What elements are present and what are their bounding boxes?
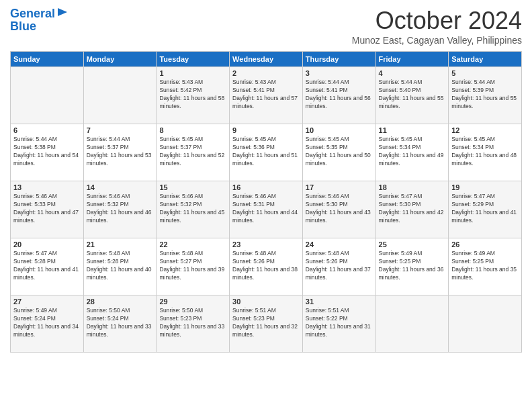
calendar-cell: 3Sunrise: 5:44 AMSunset: 5:41 PMDaylight… bbox=[302, 67, 375, 124]
day-detail: Sunrise: 5:47 AMSunset: 5:28 PMDaylight:… bbox=[13, 250, 81, 282]
calendar-cell: 18Sunrise: 5:47 AMSunset: 5:30 PMDayligh… bbox=[375, 181, 449, 238]
calendar-week-row: 1Sunrise: 5:43 AMSunset: 5:42 PMDaylight… bbox=[11, 67, 522, 124]
day-detail: Sunrise: 5:43 AMSunset: 5:41 PMDaylight:… bbox=[232, 79, 300, 111]
page-header: General Blue October 2024 Munoz East, Ca… bbox=[10, 7, 522, 46]
calendar-cell: 31Sunrise: 5:51 AMSunset: 5:22 PMDayligh… bbox=[302, 295, 375, 353]
day-detail: Sunrise: 5:45 AMSunset: 5:34 PMDaylight:… bbox=[379, 136, 446, 168]
day-number: 10 bbox=[306, 126, 373, 134]
day-number: 24 bbox=[306, 240, 373, 248]
day-number: 31 bbox=[306, 298, 373, 306]
calendar-cell bbox=[375, 295, 449, 353]
day-number: 21 bbox=[87, 240, 154, 248]
calendar-cell: 10Sunrise: 5:45 AMSunset: 5:35 PMDayligh… bbox=[302, 124, 375, 181]
weekday-header: Tuesday bbox=[157, 52, 230, 67]
location-title: Munoz East, Cagayan Valley, Philippines bbox=[352, 35, 522, 46]
logo-text2: Blue bbox=[10, 20, 36, 34]
day-detail: Sunrise: 5:44 AMSunset: 5:41 PMDaylight:… bbox=[306, 79, 373, 111]
calendar-cell: 1Sunrise: 5:43 AMSunset: 5:42 PMDaylight… bbox=[157, 67, 230, 124]
calendar-cell: 6Sunrise: 5:44 AMSunset: 5:38 PMDaylight… bbox=[11, 124, 84, 181]
day-detail: Sunrise: 5:45 AMSunset: 5:34 PMDaylight:… bbox=[451, 136, 519, 168]
calendar-cell: 23Sunrise: 5:48 AMSunset: 5:26 PMDayligh… bbox=[230, 238, 303, 295]
day-number: 26 bbox=[451, 240, 519, 248]
calendar-week-row: 20Sunrise: 5:47 AMSunset: 5:28 PMDayligh… bbox=[11, 238, 522, 295]
weekday-header: Thursday bbox=[302, 52, 375, 67]
month-title: October 2024 bbox=[352, 7, 522, 35]
calendar-cell: 13Sunrise: 5:46 AMSunset: 5:33 PMDayligh… bbox=[11, 181, 84, 238]
calendar-cell: 2Sunrise: 5:43 AMSunset: 5:41 PMDaylight… bbox=[230, 67, 303, 124]
day-number: 16 bbox=[232, 183, 300, 191]
calendar-cell bbox=[449, 295, 522, 353]
day-detail: Sunrise: 5:48 AMSunset: 5:26 PMDaylight:… bbox=[306, 250, 373, 282]
calendar-cell: 14Sunrise: 5:46 AMSunset: 5:32 PMDayligh… bbox=[83, 181, 157, 238]
day-detail: Sunrise: 5:44 AMSunset: 5:37 PMDaylight:… bbox=[87, 136, 154, 168]
day-number: 29 bbox=[159, 298, 226, 306]
day-number: 9 bbox=[232, 126, 300, 134]
calendar-cell: 16Sunrise: 5:46 AMSunset: 5:31 PMDayligh… bbox=[230, 181, 303, 238]
calendar-header-row: SundayMondayTuesdayWednesdayThursdayFrid… bbox=[11, 52, 522, 67]
calendar-week-row: 6Sunrise: 5:44 AMSunset: 5:38 PMDaylight… bbox=[11, 124, 522, 181]
day-detail: Sunrise: 5:47 AMSunset: 5:29 PMDaylight:… bbox=[451, 193, 519, 225]
day-detail: Sunrise: 5:43 AMSunset: 5:42 PMDaylight:… bbox=[159, 79, 226, 111]
logo: General Blue bbox=[10, 7, 69, 34]
day-number: 17 bbox=[306, 183, 373, 191]
calendar-cell: 22Sunrise: 5:48 AMSunset: 5:27 PMDayligh… bbox=[157, 238, 230, 295]
calendar-page: General Blue October 2024 Munoz East, Ca… bbox=[0, 0, 532, 411]
day-detail: Sunrise: 5:51 AMSunset: 5:23 PMDaylight:… bbox=[232, 307, 300, 339]
calendar-table: SundayMondayTuesdayWednesdayThursdayFrid… bbox=[10, 51, 522, 353]
calendar-cell: 17Sunrise: 5:46 AMSunset: 5:30 PMDayligh… bbox=[302, 181, 375, 238]
day-detail: Sunrise: 5:44 AMSunset: 5:38 PMDaylight:… bbox=[13, 136, 81, 168]
day-number: 14 bbox=[87, 183, 154, 191]
day-number: 27 bbox=[13, 298, 81, 306]
day-number: 25 bbox=[379, 240, 446, 248]
day-detail: Sunrise: 5:46 AMSunset: 5:30 PMDaylight:… bbox=[306, 193, 373, 225]
day-detail: Sunrise: 5:49 AMSunset: 5:25 PMDaylight:… bbox=[451, 250, 519, 282]
calendar-cell: 21Sunrise: 5:48 AMSunset: 5:28 PMDayligh… bbox=[83, 238, 157, 295]
calendar-cell: 24Sunrise: 5:48 AMSunset: 5:26 PMDayligh… bbox=[302, 238, 375, 295]
day-detail: Sunrise: 5:45 AMSunset: 5:35 PMDaylight:… bbox=[306, 136, 373, 168]
day-detail: Sunrise: 5:46 AMSunset: 5:31 PMDaylight:… bbox=[232, 193, 300, 225]
calendar-cell: 28Sunrise: 5:50 AMSunset: 5:24 PMDayligh… bbox=[83, 295, 157, 353]
day-number: 6 bbox=[13, 126, 81, 134]
day-number: 23 bbox=[232, 240, 300, 248]
calendar-week-row: 27Sunrise: 5:49 AMSunset: 5:24 PMDayligh… bbox=[11, 295, 522, 353]
day-number: 4 bbox=[379, 69, 446, 77]
calendar-cell: 30Sunrise: 5:51 AMSunset: 5:23 PMDayligh… bbox=[230, 295, 303, 353]
day-detail: Sunrise: 5:50 AMSunset: 5:23 PMDaylight:… bbox=[159, 307, 226, 339]
day-detail: Sunrise: 5:50 AMSunset: 5:24 PMDaylight:… bbox=[87, 307, 154, 339]
day-detail: Sunrise: 5:46 AMSunset: 5:33 PMDaylight:… bbox=[13, 193, 81, 225]
day-detail: Sunrise: 5:45 AMSunset: 5:37 PMDaylight:… bbox=[159, 136, 226, 168]
calendar-cell: 5Sunrise: 5:44 AMSunset: 5:39 PMDaylight… bbox=[449, 67, 522, 124]
day-number: 12 bbox=[451, 126, 519, 134]
day-number: 15 bbox=[159, 183, 226, 191]
day-detail: Sunrise: 5:46 AMSunset: 5:32 PMDaylight:… bbox=[87, 193, 154, 225]
day-number: 1 bbox=[159, 69, 226, 77]
day-number: 11 bbox=[379, 126, 446, 134]
day-number: 2 bbox=[232, 69, 300, 77]
day-number: 3 bbox=[306, 69, 373, 77]
calendar-cell: 27Sunrise: 5:49 AMSunset: 5:24 PMDayligh… bbox=[11, 295, 84, 353]
calendar-cell: 4Sunrise: 5:44 AMSunset: 5:40 PMDaylight… bbox=[375, 67, 449, 124]
calendar-cell: 12Sunrise: 5:45 AMSunset: 5:34 PMDayligh… bbox=[449, 124, 522, 181]
day-detail: Sunrise: 5:49 AMSunset: 5:24 PMDaylight:… bbox=[13, 307, 81, 339]
day-detail: Sunrise: 5:46 AMSunset: 5:32 PMDaylight:… bbox=[159, 193, 226, 225]
day-detail: Sunrise: 5:44 AMSunset: 5:39 PMDaylight:… bbox=[451, 79, 519, 111]
day-detail: Sunrise: 5:48 AMSunset: 5:28 PMDaylight:… bbox=[87, 250, 154, 282]
calendar-cell: 25Sunrise: 5:49 AMSunset: 5:25 PMDayligh… bbox=[375, 238, 449, 295]
calendar-cell: 7Sunrise: 5:44 AMSunset: 5:37 PMDaylight… bbox=[83, 124, 157, 181]
calendar-cell: 11Sunrise: 5:45 AMSunset: 5:34 PMDayligh… bbox=[375, 124, 449, 181]
calendar-week-row: 13Sunrise: 5:46 AMSunset: 5:33 PMDayligh… bbox=[11, 181, 522, 238]
day-detail: Sunrise: 5:44 AMSunset: 5:40 PMDaylight:… bbox=[379, 79, 446, 111]
day-number: 13 bbox=[13, 183, 81, 191]
day-detail: Sunrise: 5:45 AMSunset: 5:36 PMDaylight:… bbox=[232, 136, 300, 168]
day-number: 5 bbox=[451, 69, 519, 77]
title-block: October 2024 Munoz East, Cagayan Valley,… bbox=[352, 7, 522, 46]
weekday-header: Friday bbox=[375, 52, 449, 67]
svg-marker-0 bbox=[58, 8, 67, 16]
day-number: 19 bbox=[451, 183, 519, 191]
day-detail: Sunrise: 5:48 AMSunset: 5:27 PMDaylight:… bbox=[159, 250, 226, 282]
day-detail: Sunrise: 5:49 AMSunset: 5:25 PMDaylight:… bbox=[379, 250, 446, 282]
weekday-header: Saturday bbox=[449, 52, 522, 67]
weekday-header: Wednesday bbox=[230, 52, 303, 67]
day-number: 7 bbox=[87, 126, 154, 134]
day-detail: Sunrise: 5:48 AMSunset: 5:26 PMDaylight:… bbox=[232, 250, 300, 282]
